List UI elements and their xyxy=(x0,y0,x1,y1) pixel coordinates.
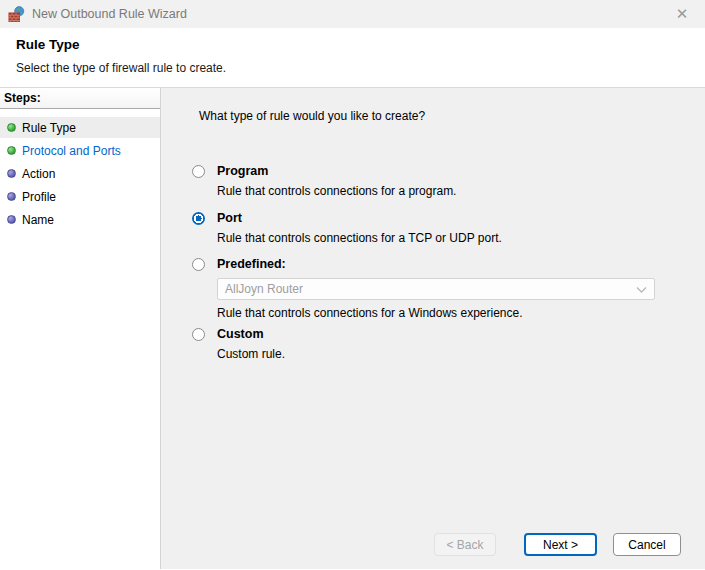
wizard-window: New Outbound Rule Wizard ✕ Rule Type Sel… xyxy=(0,0,705,570)
option-label: Predefined: xyxy=(217,257,655,271)
step-bullet-icon xyxy=(7,146,16,155)
title-bar: New Outbound Rule Wizard ✕ xyxy=(0,0,705,28)
wizard-content: What type of rule would you like to crea… xyxy=(161,88,705,569)
step-bullet-icon xyxy=(7,123,16,132)
sidebar-item-action[interactable]: Action xyxy=(0,163,160,184)
cancel-button[interactable]: Cancel xyxy=(613,533,681,556)
option-predefined[interactable]: Predefined: AllJoyn Router Rule that con… xyxy=(192,257,655,320)
sidebar-item-rule-type[interactable]: Rule Type xyxy=(0,117,160,138)
next-button[interactable]: Next > xyxy=(524,533,597,556)
close-icon[interactable]: ✕ xyxy=(669,0,695,28)
step-label: Rule Type xyxy=(22,121,76,135)
firewall-icon xyxy=(8,6,25,23)
step-bullet-icon xyxy=(7,215,16,224)
page-title: Rule Type xyxy=(16,37,689,52)
option-description: Custom rule. xyxy=(217,347,285,361)
option-label: Custom xyxy=(217,327,285,341)
option-label: Program xyxy=(217,164,456,178)
steps-heading: Steps: xyxy=(0,88,160,109)
step-bullet-icon xyxy=(7,192,16,201)
radio-custom[interactable] xyxy=(192,328,205,341)
option-custom[interactable]: Custom Custom rule. xyxy=(192,327,285,361)
wizard-footer: < Back Next > Cancel xyxy=(434,533,681,556)
option-port[interactable]: Port Rule that controls connections for … xyxy=(192,211,502,245)
question-text: What type of rule would you like to crea… xyxy=(199,109,425,123)
page-subtitle: Select the type of firewall rule to crea… xyxy=(16,61,689,75)
step-bullet-icon xyxy=(7,169,16,178)
sidebar-item-profile[interactable]: Profile xyxy=(0,186,160,207)
step-label: Name xyxy=(22,213,54,227)
sidebar-item-name[interactable]: Name xyxy=(0,209,160,230)
option-description: Rule that controls connections for a pro… xyxy=(217,184,456,198)
step-label: Action xyxy=(22,167,55,181)
radio-predefined[interactable] xyxy=(192,258,205,271)
step-label: Protocol and Ports xyxy=(22,144,121,158)
option-description: Rule that controls connections for a Win… xyxy=(217,306,655,320)
predefined-dropdown[interactable]: AllJoyn Router xyxy=(217,278,655,300)
chevron-down-icon xyxy=(636,286,647,294)
option-description: Rule that controls connections for a TCP… xyxy=(217,231,502,245)
back-button: < Back xyxy=(434,533,496,556)
dropdown-value: AllJoyn Router xyxy=(225,282,303,296)
step-label: Profile xyxy=(22,190,56,204)
sidebar-item-protocol-and-ports[interactable]: Protocol and Ports xyxy=(0,140,160,161)
steps-list: Rule Type Protocol and Ports Action Prof… xyxy=(0,109,160,230)
option-program[interactable]: Program Rule that controls connections f… xyxy=(192,164,456,198)
steps-sidebar: Steps: Rule Type Protocol and Ports Acti… xyxy=(0,88,161,569)
option-label: Port xyxy=(217,211,502,225)
wizard-header: Rule Type Select the type of firewall ru… xyxy=(0,28,705,88)
window-title: New Outbound Rule Wizard xyxy=(32,7,187,21)
radio-program[interactable] xyxy=(192,165,205,178)
radio-port[interactable] xyxy=(192,212,205,225)
